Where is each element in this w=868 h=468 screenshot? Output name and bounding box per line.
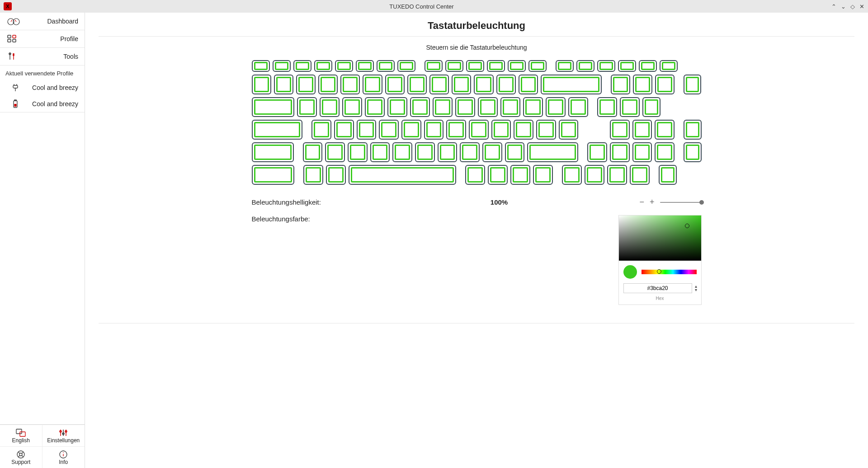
plug-icon (11, 83, 20, 92)
info-icon (59, 450, 67, 459)
keyboard-key (320, 97, 340, 117)
keyboard-key (642, 97, 660, 117)
keyboard-key (379, 120, 399, 140)
keyboard-key (297, 97, 317, 117)
sidebar-item-label: Dashboard (47, 18, 79, 25)
sidebar-bottom-label: Einstellungen (47, 437, 80, 444)
keyboard-key (562, 165, 582, 185)
sidebar-item-tools[interactable]: Tools (0, 48, 85, 65)
keyboard-key (252, 75, 271, 94)
sidebar-language-button[interactable]: English (0, 425, 42, 446)
color-picker: ▴▾ Hex (618, 215, 702, 305)
keyboard-key (587, 142, 607, 162)
svg-rect-4 (8, 35, 11, 38)
profile-item-label: Cool and breezy (32, 84, 78, 91)
keyboard-key (349, 165, 456, 185)
keyboard-key (318, 75, 338, 94)
svg-rect-11 (14, 100, 16, 101)
keyboard-key (546, 97, 566, 117)
profile-item-label: Cool and breezy (32, 100, 78, 108)
keyboard-key (597, 97, 617, 117)
profile-item-ac[interactable]: Cool and breezy (0, 80, 85, 96)
svg-line-25 (18, 455, 20, 457)
keyboard-key (356, 60, 374, 72)
color-row: Beleuchtungsfarbe: ▴▾ Hex (252, 215, 702, 305)
svg-line-24 (22, 452, 24, 454)
keyboard-key (487, 60, 505, 72)
keyboard-key (488, 165, 508, 185)
svg-rect-12 (14, 104, 17, 107)
brightness-slider[interactable] (660, 202, 702, 203)
window-maximize-icon[interactable]: ◇ (850, 3, 855, 10)
keyboard-key (303, 142, 323, 162)
keyboard-key (303, 165, 323, 185)
keyboard-key (556, 60, 574, 72)
keyboard-key (429, 75, 449, 94)
sidebar-item-dashboard[interactable]: Dashboard (0, 13, 85, 30)
keyboard-key (357, 120, 377, 140)
keyboard-key (446, 120, 466, 140)
keyboard-key (293, 60, 311, 72)
keyboard-key (407, 75, 427, 94)
sidebar-support-button[interactable]: Support (0, 446, 42, 468)
keyboard-key (335, 60, 353, 72)
keyboard-key (325, 142, 345, 162)
keyboard-key (363, 75, 382, 94)
keyboard-key (527, 142, 578, 162)
lifebuoy-icon (17, 450, 25, 459)
keyboard-key (438, 142, 458, 162)
sidebar-item-profile[interactable]: Profile (0, 30, 85, 47)
color-gradient-area[interactable] (619, 215, 701, 261)
window-title: TUXEDO Control Center (12, 3, 831, 10)
sidebar-bottom-label: English (12, 437, 30, 444)
hex-input[interactable] (623, 283, 692, 293)
keyboard-key (410, 97, 430, 117)
keyboard-key (585, 165, 604, 185)
keyboard-key (568, 97, 588, 117)
sidebar-item-label: Tools (63, 53, 78, 60)
sidebar-section-label: Aktuell verwendete Profile (0, 66, 85, 80)
keyboard-key (274, 75, 293, 94)
keyboard-key (469, 120, 489, 140)
keyboard-key (273, 60, 291, 72)
keyboard-key (252, 60, 270, 72)
keyboard-key (541, 75, 602, 94)
svg-rect-5 (13, 35, 16, 38)
keyboard-key (466, 60, 484, 72)
sidebar: Dashboard Profile Tools Aktuell verwende… (0, 13, 85, 468)
svg-line-23 (18, 452, 20, 454)
grid-icon (7, 35, 20, 43)
app-logo-icon: X (4, 2, 12, 10)
profile-item-battery[interactable]: Cool and breezy (0, 96, 85, 112)
brightness-minus-button[interactable]: − (639, 197, 644, 207)
svg-line-3 (15, 20, 16, 22)
keyboard-key (252, 142, 294, 162)
keyboard-key (340, 75, 360, 94)
keyboard-key (252, 165, 294, 185)
svg-rect-9 (13, 85, 18, 88)
keyboard-key (536, 120, 556, 140)
keyboard-key (397, 60, 415, 72)
sidebar-settings-button[interactable]: Einstellungen (42, 425, 85, 446)
keyboard-key (478, 97, 498, 117)
keyboard-key (655, 75, 675, 94)
hue-slider[interactable] (642, 270, 697, 274)
brightness-plus-button[interactable]: + (650, 197, 655, 207)
battery-icon (11, 99, 20, 108)
sidebar-info-button[interactable]: Info (42, 446, 85, 468)
keyboard-key (620, 97, 640, 117)
keyboard-key (500, 97, 520, 117)
window-minimize-icon[interactable]: ⌄ (841, 3, 846, 10)
color-swatch (623, 265, 637, 279)
keyboard-key (655, 142, 675, 162)
window-minimize-wide-icon[interactable]: ⌃ (831, 3, 836, 10)
keyboard-visual (252, 60, 702, 185)
color-format-toggle[interactable]: ▴▾ (695, 285, 697, 292)
keyboard-key (385, 75, 405, 94)
keyboard-key (611, 75, 630, 94)
window-close-icon[interactable]: ✕ (859, 3, 864, 10)
keyboard-key (510, 165, 530, 185)
keyboard-key (465, 165, 485, 185)
tools-icon (7, 52, 20, 61)
keyboard-key (452, 75, 471, 94)
